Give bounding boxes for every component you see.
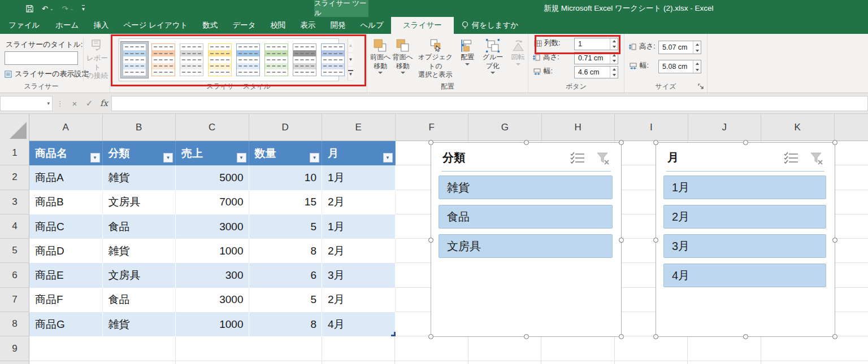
row-header-3[interactable]: 3 xyxy=(0,190,29,214)
table-header-quantity[interactable]: 数量▼ xyxy=(249,141,323,165)
resize-handle[interactable] xyxy=(832,238,837,243)
resize-handle[interactable] xyxy=(619,140,624,145)
filter-dropdown-button[interactable]: ▼ xyxy=(383,153,393,163)
tab-formulas[interactable]: 数式 xyxy=(195,17,225,34)
cell-c4[interactable]: 3000 xyxy=(176,214,249,239)
cell-b3[interactable]: 文房具 xyxy=(103,190,176,214)
filter-dropdown-button[interactable]: ▼ xyxy=(310,153,319,163)
cell-d4[interactable]: 5 xyxy=(249,214,323,239)
bring-forward-menu-chevron[interactable] xyxy=(378,72,383,74)
cell-d2[interactable]: 10 xyxy=(249,165,323,190)
cell-a3[interactable]: 商品B xyxy=(29,190,103,214)
table-resize-handle[interactable] xyxy=(391,332,396,336)
slicer-item-shokuhin[interactable]: 食品 xyxy=(439,205,613,229)
cell-a5[interactable]: 商品D xyxy=(29,239,103,263)
resize-handle[interactable] xyxy=(428,334,433,339)
align-menu-chevron[interactable] xyxy=(465,63,470,65)
column-header-e[interactable]: E xyxy=(322,114,396,141)
column-header-d[interactable]: D xyxy=(249,114,323,141)
table-header-sales[interactable]: 売上▼ xyxy=(176,141,249,165)
undo-menu-chevron[interactable]: ⌄ xyxy=(50,6,54,11)
button-width-input[interactable]: 4.6 cm xyxy=(574,66,618,78)
button-width-spinner[interactable] xyxy=(610,67,618,78)
table-header-month[interactable]: 月▼ xyxy=(322,141,396,165)
row-header-9[interactable]: 9 xyxy=(0,336,29,361)
cell-b6[interactable]: 文房具 xyxy=(103,263,176,287)
cell-c3[interactable]: 7000 xyxy=(176,190,249,214)
slicer-item-bunbougu[interactable]: 文房具 xyxy=(439,234,613,258)
group-objects-menu-chevron[interactable] xyxy=(491,72,495,74)
cell-b8[interactable]: 雑貨 xyxy=(103,312,176,336)
cell-d3[interactable]: 15 xyxy=(249,190,323,214)
tab-help[interactable]: ヘルプ xyxy=(353,17,391,34)
table-header-category[interactable]: 分類▼ xyxy=(103,141,176,165)
resize-handle[interactable] xyxy=(428,238,433,243)
cell-e5[interactable]: 2月 xyxy=(322,239,396,263)
table-header-product[interactable]: 商品名▼ xyxy=(29,141,103,165)
resize-handle[interactable] xyxy=(428,140,433,145)
cell-b2[interactable]: 雑貨 xyxy=(103,165,176,190)
row-header-6[interactable]: 6 xyxy=(0,264,29,288)
column-header-b[interactable]: B xyxy=(103,114,176,141)
cell-d5[interactable]: 8 xyxy=(249,239,323,263)
columns-input[interactable]: 1 xyxy=(574,38,618,50)
slicer-style-option[interactable] xyxy=(178,42,205,78)
insert-function-button[interactable]: fx xyxy=(97,98,111,108)
resize-handle[interactable] xyxy=(743,140,748,145)
cell-d6[interactable]: 6 xyxy=(249,263,323,287)
cell-b5[interactable]: 雑貨 xyxy=(103,239,176,263)
cell-b7[interactable]: 食品 xyxy=(103,288,176,312)
column-header-i[interactable]: I xyxy=(615,114,688,141)
tab-insert[interactable]: 挿入 xyxy=(86,17,116,34)
tab-data[interactable]: データ xyxy=(225,17,263,34)
size-width-spinner[interactable] xyxy=(693,60,701,73)
cell-c7[interactable]: 3000 xyxy=(176,288,249,312)
cell-c6[interactable]: 300 xyxy=(176,263,249,287)
tell-me-box[interactable]: 何をしますか xyxy=(462,17,519,34)
gallery-scroll-up-button[interactable]: ▲ xyxy=(348,39,353,53)
columns-spinner[interactable] xyxy=(610,38,618,50)
size-dialog-launcher-icon[interactable] xyxy=(698,84,704,90)
undo-button[interactable]: ↶⌄ xyxy=(42,5,54,13)
row-header-8[interactable]: 8 xyxy=(0,312,29,336)
slicer-style-option[interactable] xyxy=(206,42,233,78)
row-header-2[interactable]: 2 xyxy=(0,165,29,190)
slicer-display-settings-button[interactable]: スライサーの表示設定 xyxy=(5,69,89,79)
gallery-more-button[interactable]: ▼ xyxy=(348,67,353,81)
cell-e7[interactable]: 2月 xyxy=(322,288,396,312)
cell-d8[interactable]: 8 xyxy=(249,312,323,336)
slicer-category[interactable]: 分類 雑貨 食品 文房具 xyxy=(431,142,622,337)
slicer-style-option-selected[interactable] xyxy=(120,41,149,78)
slicer-item-zakka[interactable]: 雑貨 xyxy=(439,176,613,199)
resize-handle[interactable] xyxy=(832,334,837,339)
column-header-g[interactable]: G xyxy=(468,114,542,141)
slicer-style-option[interactable] xyxy=(263,42,290,78)
save-button[interactable] xyxy=(26,5,33,12)
resize-handle[interactable] xyxy=(653,140,658,145)
slicer-item-apr[interactable]: 4月 xyxy=(663,264,826,287)
cell-c2[interactable]: 5000 xyxy=(176,165,249,190)
filter-dropdown-button[interactable]: ▼ xyxy=(90,153,100,163)
confirm-entry-button[interactable]: ✓ xyxy=(82,98,97,108)
row-header-7[interactable]: 7 xyxy=(0,288,29,312)
size-height-spinner[interactable] xyxy=(693,41,701,54)
tab-slicer-active[interactable]: スライサー xyxy=(391,17,454,34)
cell-a4[interactable]: 商品C xyxy=(29,214,103,239)
resize-handle[interactable] xyxy=(653,238,658,243)
slicer-item-mar[interactable]: 3月 xyxy=(663,234,826,258)
resize-handle[interactable] xyxy=(832,140,837,145)
gallery-scroll-down-button[interactable]: ▼ xyxy=(348,53,353,67)
cell-e2[interactable]: 1月 xyxy=(322,165,396,190)
cell-e4[interactable]: 1月 xyxy=(322,214,396,239)
column-header-c[interactable]: C xyxy=(176,114,249,141)
cell-c5[interactable]: 1000 xyxy=(176,239,249,263)
slicer-style-option[interactable] xyxy=(319,42,346,78)
size-width-input[interactable]: 5.08 cm xyxy=(658,60,701,73)
column-header-j[interactable]: J xyxy=(688,114,762,141)
resize-handle[interactable] xyxy=(524,140,529,145)
row-header-4[interactable]: 4 xyxy=(0,214,29,239)
formula-input[interactable] xyxy=(111,96,868,111)
tab-review[interactable]: 校閲 xyxy=(263,17,293,34)
cell-b4[interactable]: 食品 xyxy=(103,214,176,239)
multi-select-icon[interactable] xyxy=(784,152,798,164)
